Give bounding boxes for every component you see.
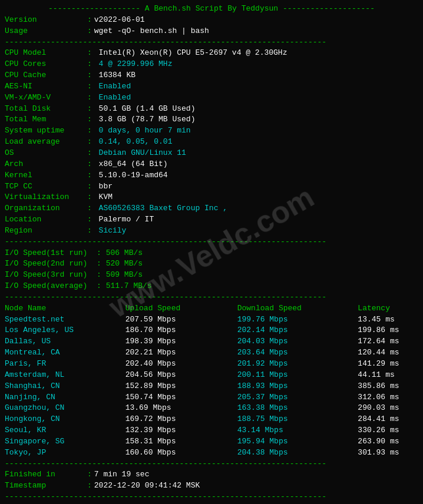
finished-label: Finished in — [5, 469, 87, 480]
net-download-3: 203.64 Mbps — [237, 347, 358, 359]
sys-label-2: CPU Cache — [5, 70, 87, 81]
net-node-7: Nanjing, CN — [5, 392, 125, 403]
net-latency-7: 312.06 ms — [358, 392, 418, 403]
net-download-2: 204.03 Mbps — [237, 336, 358, 347]
net-upload-3: 202.21 Mbps — [125, 347, 237, 359]
version-row: Version : v2022-06-01 — [5, 15, 418, 26]
network-row-8: Guangzhou, CN13.69 Mbps163.38 Mbps290.03… — [5, 403, 418, 414]
timestamp-value: 2022-12-20 09:41:42 MSK — [94, 480, 200, 492]
net-latency-5: 44.11 ms — [358, 370, 418, 381]
net-node-6: Shanghai, CN — [5, 381, 125, 392]
header-divider: -------------------- A Bench.sh Script B… — [5, 4, 418, 15]
sys-label-14: Organization — [5, 203, 87, 214]
sys-value-1: 4 @ 2299.996 MHz — [99, 59, 173, 70]
net-upload-7: 150.74 Mbps — [125, 392, 237, 403]
sys-label-10: Arch — [5, 159, 87, 170]
net-latency-10: 330.26 ms — [358, 425, 418, 436]
network-row-9: Hongkong, CN169.72 Mbps188.75 Mbps284.41… — [5, 414, 418, 425]
sys-value-0: Intel(R) Xeon(R) CPU E5-2697 v4 @ 2.30GH… — [99, 48, 287, 59]
net-node-0: Speedtest.net — [5, 314, 125, 326]
sys-value-6: 3.8 GB (78.7 MB Used) — [99, 114, 196, 125]
system-row-12: TCP CC: bbr — [5, 181, 418, 193]
col-header-download: Download Speed — [237, 303, 358, 314]
net-latency-4: 141.29 ms — [358, 359, 418, 370]
sys-label-4: VM-x/AMD-V — [5, 92, 87, 104]
net-download-1: 202.14 Mbps — [237, 325, 358, 336]
network-row-4: Paris, FR202.40 Mbps201.92 Mbps141.29 ms — [5, 359, 418, 370]
system-row-15: Location: Palermo / IT — [5, 214, 418, 226]
timestamp-label: Timestamp — [5, 480, 87, 492]
net-upload-12: 160.60 Mbps — [125, 447, 237, 459]
system-row-6: Total Mem: 3.8 GB (78.7 MB Used) — [5, 114, 418, 125]
version-label: Version — [5, 15, 87, 26]
net-latency-1: 199.86 ms — [358, 325, 418, 336]
finished-row: Finished in : 7 min 19 sec — [5, 469, 418, 480]
io-run2: I/O Speed(2nd run) : 520 MB/s — [5, 258, 418, 270]
divider-1: ----------------------------------------… — [5, 37, 418, 48]
net-latency-8: 290.03 ms — [358, 403, 418, 414]
system-row-14: Organization: AS60526383 Baxet Group Inc… — [5, 203, 418, 214]
network-row-2: Dallas, US198.39 Mbps204.03 Mbps172.64 m… — [5, 336, 418, 347]
sys-label-9: OS — [5, 148, 87, 159]
net-upload-8: 13.69 Mbps — [125, 403, 237, 414]
system-row-9: OS: Debian GNU/Linux 11 — [5, 148, 418, 159]
net-upload-4: 202.40 Mbps — [125, 359, 237, 370]
sys-label-8: Load average — [5, 137, 87, 148]
system-row-8: Load average: 0.14, 0.05, 0.01 — [5, 137, 418, 148]
net-latency-6: 385.86 ms — [358, 381, 418, 392]
net-download-5: 200.11 Mbps — [237, 370, 358, 381]
system-info: CPU Model: Intel(R) Xeon(R) CPU E5-2697 … — [5, 48, 418, 236]
io-avg: I/O Speed(average) : 511.7 MB/s — [5, 281, 418, 292]
sys-label-15: Location — [5, 214, 87, 226]
sys-label-6: Total Mem — [5, 114, 87, 125]
sys-label-11: Kernel — [5, 170, 87, 181]
io-run2-text: I/O Speed(2nd run) : 520 MB/s — [5, 258, 143, 270]
network-row-11: Singapore, SG158.31 Mbps195.94 Mbps263.9… — [5, 436, 418, 447]
net-node-5: Amsterdam, NL — [5, 370, 125, 381]
net-node-12: Tokyo, JP — [5, 447, 125, 459]
system-row-2: CPU Cache: 16384 KB — [5, 70, 418, 81]
net-download-12: 204.38 Mbps — [237, 447, 358, 459]
net-latency-9: 284.41 ms — [358, 414, 418, 425]
network-row-3: Montreal, CA202.21 Mbps203.64 Mbps120.44… — [5, 347, 418, 359]
usage-row: Usage : wget -qO- bench.sh | bash — [5, 26, 418, 37]
network-row-7: Nanjing, CN150.74 Mbps205.37 Mbps312.06 … — [5, 392, 418, 403]
system-row-11: Kernel: 5.10.0-19-amd64 — [5, 170, 418, 181]
sys-value-15: Palermo / IT — [99, 214, 154, 226]
sys-value-10: x86_64 (64 Bit) — [99, 159, 168, 170]
network-section: Node Name Upload Speed Download Speed La… — [5, 303, 418, 459]
net-download-8: 163.38 Mbps — [237, 403, 358, 414]
divider-2: ----------------------------------------… — [5, 237, 418, 248]
net-latency-12: 301.93 ms — [358, 447, 418, 459]
network-table: Node Name Upload Speed Download Speed La… — [5, 303, 418, 459]
sys-value-16: Sicily — [99, 226, 127, 237]
version-value: v2022-06-01 — [94, 15, 145, 26]
net-upload-2: 198.39 Mbps — [125, 336, 237, 347]
sys-value-7: 0 days, 0 hour 7 min — [99, 125, 191, 137]
system-row-1: CPU Cores: 4 @ 2299.996 MHz — [5, 59, 418, 70]
finished-value: 7 min 19 sec — [94, 469, 150, 480]
sys-value-14: AS60526383 Baxet Group Inc , — [99, 203, 227, 214]
sys-label-1: CPU Cores — [5, 59, 87, 70]
system-row-7: System uptime: 0 days, 0 hour 7 min — [5, 125, 418, 137]
usage-value: wget -qO- bench.sh | bash — [94, 26, 209, 37]
system-row-3: AES-NI: Enabled — [5, 81, 418, 92]
sys-value-5: 50.1 GB (1.4 GB Used) — [99, 104, 196, 115]
net-download-11: 195.94 Mbps — [237, 436, 358, 447]
net-upload-9: 169.72 Mbps — [125, 414, 237, 425]
net-download-6: 188.93 Mbps — [237, 381, 358, 392]
system-row-0: CPU Model: Intel(R) Xeon(R) CPU E5-2697 … — [5, 48, 418, 59]
col-header-node: Node Name — [5, 303, 125, 314]
col-header-upload: Upload Speed — [125, 303, 237, 314]
network-tbody: Speedtest.net207.59 Mbps199.76 Mbps13.45… — [5, 314, 418, 459]
net-node-9: Hongkong, CN — [5, 414, 125, 425]
sys-value-8: 0.14, 0.05, 0.01 — [99, 137, 173, 148]
system-row-16: Region: Sicily — [5, 226, 418, 237]
sys-label-16: Region — [5, 226, 87, 237]
net-upload-10: 132.39 Mbps — [125, 425, 237, 436]
net-node-11: Singapore, SG — [5, 436, 125, 447]
system-row-13: Virtualization: KVM — [5, 192, 418, 203]
net-upload-0: 207.59 Mbps — [125, 314, 237, 326]
network-row-1: Los Angeles, US186.70 Mbps202.14 Mbps199… — [5, 325, 418, 336]
net-latency-3: 120.44 ms — [358, 347, 418, 359]
